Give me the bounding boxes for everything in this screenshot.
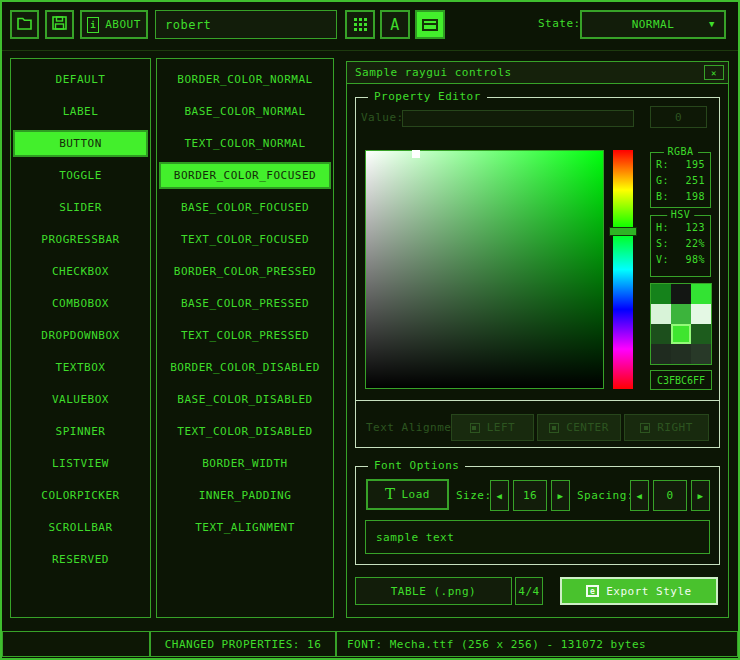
properties-list-item[interactable]: BASE_COLOR_FOCUSED bbox=[159, 194, 331, 221]
properties-list-item[interactable]: TEXT_COLOR_PRESSED bbox=[159, 322, 331, 349]
color-swatch[interactable] bbox=[691, 344, 711, 364]
properties-list-item[interactable]: INNER_PADDING bbox=[159, 482, 331, 509]
font-size-increase-button[interactable]: ▶ bbox=[551, 480, 570, 511]
controls-list-item[interactable]: RESERVED bbox=[13, 546, 148, 573]
properties-list-item[interactable]: BORDER_COLOR_PRESSED bbox=[159, 258, 331, 285]
status-changed-properties: CHANGED PROPERTIES: 16 bbox=[150, 631, 336, 657]
properties-list-item[interactable]: BASE_COLOR_DISABLED bbox=[159, 386, 331, 413]
color-swatch[interactable] bbox=[691, 324, 711, 344]
align-left-icon bbox=[470, 423, 480, 433]
controls-list-item[interactable]: TOGGLE bbox=[13, 162, 148, 189]
value-slider[interactable] bbox=[402, 110, 634, 127]
hsv-row-s: S:22% bbox=[651, 236, 710, 252]
controls-list-item[interactable]: SPINNER bbox=[13, 418, 148, 445]
font-size-decrease-button[interactable]: ◀ bbox=[490, 480, 509, 511]
align-left-toggle[interactable]: LEFT bbox=[451, 414, 534, 441]
properties-list-item[interactable]: BORDER_COLOR_NORMAL bbox=[159, 66, 331, 93]
properties-list-item[interactable]: BASE_COLOR_PRESSED bbox=[159, 290, 331, 317]
font-size-value-box[interactable]: 16 bbox=[513, 480, 547, 511]
color-swatch[interactable] bbox=[651, 344, 671, 364]
save-file-button[interactable] bbox=[45, 10, 74, 39]
hsv-values-box: HSV H:123 S:22% V:98% bbox=[650, 215, 711, 277]
chevron-right-icon: ▶ bbox=[698, 491, 704, 501]
properties-list-item[interactable]: BORDER_COLOR_DISABLED bbox=[159, 354, 331, 381]
controls-list-item[interactable]: SCROLLBAR bbox=[13, 514, 148, 541]
window-title: Sample raygui controls bbox=[355, 66, 512, 79]
rgba-title: RGBA bbox=[663, 146, 697, 157]
hue-slider[interactable] bbox=[613, 150, 633, 389]
hsv-title: HSV bbox=[667, 209, 695, 220]
controls-list-item[interactable]: CHECKBOX bbox=[13, 258, 148, 285]
controls-list-item[interactable]: COLORPICKER bbox=[13, 482, 148, 509]
window-titlebar[interactable]: Sample raygui controls ✕ bbox=[347, 62, 728, 84]
value-box[interactable]: 0 bbox=[650, 106, 707, 128]
controls-list-item[interactable]: DEFAULT bbox=[13, 66, 148, 93]
style-color-swatches bbox=[650, 283, 712, 365]
font-spacing-value-box[interactable]: 0 bbox=[653, 480, 687, 511]
align-right-toggle[interactable]: RIGHT bbox=[624, 414, 709, 441]
controls-list-item[interactable]: PROGRESSBAR bbox=[13, 226, 148, 253]
export-format-counter: 4/4 bbox=[515, 577, 543, 605]
font-options-group-label: Font Options bbox=[368, 459, 465, 472]
controls-list-item[interactable]: DROPDOWNBOX bbox=[13, 322, 148, 349]
properties-list-item[interactable]: TEXT_COLOR_NORMAL bbox=[159, 130, 331, 157]
color-swatch[interactable] bbox=[651, 324, 671, 344]
properties-list: BORDER_COLOR_NORMALBASE_COLOR_NORMALTEXT… bbox=[156, 58, 334, 618]
properties-list-item[interactable]: BASE_COLOR_NORMAL bbox=[159, 98, 331, 125]
info-icon: i bbox=[87, 17, 99, 33]
export-icon: e bbox=[586, 585, 599, 597]
font-view-button[interactable]: A bbox=[380, 10, 410, 39]
properties-list-item[interactable]: BORDER_COLOR_FOCUSED bbox=[159, 162, 331, 189]
value-box-text: 0 bbox=[675, 111, 682, 124]
font-spacing-decrease-button[interactable]: ◀ bbox=[630, 480, 649, 511]
status-font-info: FONT: Mecha.ttf (256 x 256) - 131072 byt… bbox=[336, 631, 738, 657]
about-button[interactable]: i ABOUT bbox=[80, 10, 148, 39]
controls-list-item[interactable]: LABEL bbox=[13, 98, 148, 125]
style-table-view-button[interactable] bbox=[345, 10, 375, 39]
color-swatch[interactable] bbox=[671, 344, 691, 364]
window-icon bbox=[422, 19, 438, 31]
align-center-icon bbox=[549, 423, 559, 433]
color-swatch[interactable] bbox=[651, 284, 671, 304]
properties-list-item[interactable]: BORDER_WIDTH bbox=[159, 450, 331, 477]
font-A-icon: A bbox=[390, 16, 400, 34]
open-file-button[interactable] bbox=[10, 10, 39, 39]
close-icon[interactable]: ✕ bbox=[704, 65, 724, 80]
controls-list-item[interactable]: VALUEBOX bbox=[13, 386, 148, 413]
color-swatch[interactable] bbox=[671, 284, 691, 304]
color-swatch[interactable] bbox=[671, 324, 691, 344]
color-picker-area[interactable] bbox=[365, 150, 604, 389]
color-swatch[interactable] bbox=[671, 304, 691, 324]
folder-icon bbox=[17, 17, 32, 33]
state-dropdown[interactable]: NORMAL ▼ bbox=[580, 10, 726, 39]
controls-window-view-button[interactable] bbox=[415, 10, 445, 39]
properties-list-item[interactable]: TEXT_COLOR_DISABLED bbox=[159, 418, 331, 445]
hex-color-box[interactable]: C3FBC6FF bbox=[650, 370, 712, 390]
sample-text-input[interactable]: sample text bbox=[365, 520, 710, 554]
properties-list-item[interactable]: TEXT_ALIGNMENT bbox=[159, 514, 331, 541]
color-swatch[interactable] bbox=[691, 304, 711, 324]
controls-list-item[interactable]: LISTVIEW bbox=[13, 450, 148, 477]
value-label: Value: bbox=[361, 111, 404, 124]
font-load-button[interactable]: T Load bbox=[366, 479, 449, 510]
export-format-button[interactable]: TABLE (.png) bbox=[355, 577, 512, 605]
color-picker-cursor[interactable] bbox=[412, 150, 420, 158]
color-swatch[interactable] bbox=[651, 304, 671, 324]
rgba-row-g: G:251 bbox=[651, 173, 710, 189]
style-name-input[interactable] bbox=[155, 10, 337, 39]
align-center-toggle[interactable]: CENTER bbox=[537, 414, 621, 441]
hsv-row-v: V:98% bbox=[651, 252, 710, 268]
controls-list-item[interactable]: COMBOBOX bbox=[13, 290, 148, 317]
controls-list-item[interactable]: BUTTON bbox=[13, 130, 148, 157]
controls-list-item[interactable]: TEXTBOX bbox=[13, 354, 148, 381]
toolbar-divider bbox=[0, 50, 740, 51]
font-size-label: Size: bbox=[456, 489, 492, 502]
hue-slider-handle[interactable] bbox=[609, 227, 637, 236]
color-swatch[interactable] bbox=[691, 284, 711, 304]
properties-list-item[interactable]: TEXT_COLOR_FOCUSED bbox=[159, 226, 331, 253]
grid-icon bbox=[354, 18, 367, 31]
export-style-button[interactable]: e Export Style bbox=[560, 577, 718, 605]
rgba-row-r: R:195 bbox=[651, 157, 710, 173]
font-spacing-increase-button[interactable]: ▶ bbox=[691, 480, 710, 511]
controls-list-item[interactable]: SLIDER bbox=[13, 194, 148, 221]
